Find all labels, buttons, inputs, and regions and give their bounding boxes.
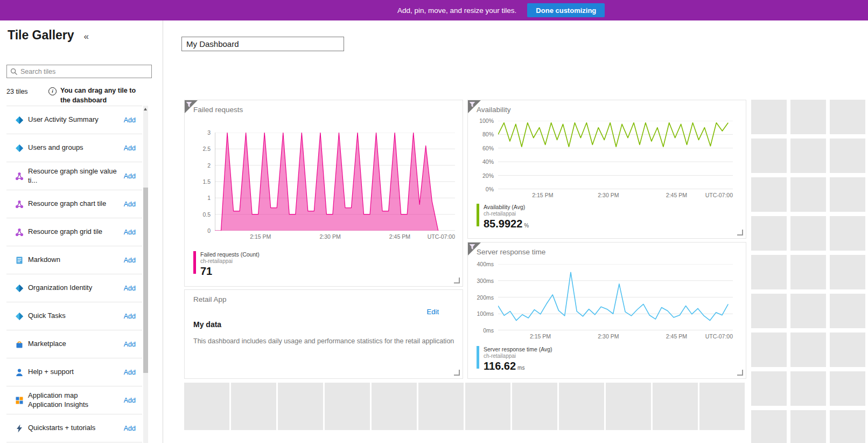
sidebar-item-resource-graph-chart-tile[interactable]: Resource graph chart tileAdd <box>6 190 142 218</box>
add-tile-link[interactable]: Add <box>124 313 136 320</box>
scrollbar-thumb[interactable] <box>143 188 148 373</box>
x-tick-label: 2:30 PM <box>320 233 341 240</box>
empty-grid-cell <box>830 371 865 406</box>
tile-name: User Activity Summary <box>28 115 124 124</box>
tile-server-response-time[interactable]: Server response time 400ms300ms200ms100m… <box>467 242 746 379</box>
resize-handle[interactable] <box>737 370 743 376</box>
x-axis-labels: 2:15 PM2:30 PM2:45 PMUTC-07:00 <box>498 330 733 341</box>
y-tick-label: 80% <box>482 131 494 137</box>
empty-grid-cell <box>790 177 826 212</box>
add-tile-link[interactable]: Add <box>124 116 136 124</box>
tile-count: 23 tiles <box>6 86 48 105</box>
sidebar-item-resource-graph-grid-tile[interactable]: Resource graph grid tileAdd <box>6 218 142 246</box>
add-tile-link[interactable]: Add <box>124 229 136 236</box>
resize-handle[interactable] <box>454 278 460 283</box>
done-customizing-button[interactable]: Done customizing <box>527 3 605 17</box>
add-tile-link[interactable]: Add <box>124 285 136 292</box>
legend-swatch <box>477 346 479 369</box>
tile-name: Marketplace <box>28 340 124 349</box>
tile-failed-requests[interactable]: Failed requests 32.521.510.502:15 PM2:30… <box>184 100 463 287</box>
search-tiles-input[interactable] <box>18 67 151 76</box>
tile-name: Resource graph chart tile <box>28 199 124 209</box>
add-tile-link[interactable]: Add <box>124 257 136 264</box>
tile-name: Quick Tasks <box>28 312 124 321</box>
empty-grid-cell <box>512 383 557 430</box>
legend-metric: Availability (Avg) <box>484 204 529 210</box>
scroll-up-icon[interactable] <box>144 108 147 110</box>
chart-plot <box>498 264 733 330</box>
server-response-chart: 400ms300ms200ms100ms0ms2:15 PM2:30 PM2:4… <box>477 264 733 341</box>
sidebar-item-marketplace[interactable]: MarketplaceAdd <box>6 330 142 358</box>
add-tile-link[interactable]: Add <box>124 144 136 152</box>
x-tick-label: 2:15 PM <box>530 333 551 340</box>
dashboard-title-input[interactable] <box>181 37 344 51</box>
tile-title: Failed requests <box>193 106 243 114</box>
utc-offset-label: UTC-07:00 <box>705 333 733 340</box>
sidebar-item-help-support[interactable]: Help + supportAdd <box>6 358 142 386</box>
empty-grid-cell <box>231 383 276 430</box>
add-tile-link[interactable]: Add <box>124 200 136 208</box>
empty-grid-cell <box>751 177 787 212</box>
tile-name: Help + support <box>28 368 124 377</box>
legend-resource: ch-retailappai <box>200 258 260 264</box>
tile-title: Server response time <box>477 248 545 256</box>
empty-grid-cell <box>751 333 787 367</box>
empty-grid-cell <box>751 410 787 443</box>
sidebar-item-user-activity-summary[interactable]: User Activity SummaryAdd <box>6 106 142 134</box>
sidebar-item-application-map[interactable]: Application mapApplication InsightsAdd <box>6 386 142 414</box>
x-axis-labels: 2:15 PM2:30 PM2:45 PMUTC-07:00 <box>498 189 733 200</box>
resize-handle[interactable] <box>737 230 743 236</box>
application-map-icon <box>15 396 24 405</box>
y-tick-label: 0ms <box>483 327 494 334</box>
sidebar-item-resource-graph-single-value-ti[interactable]: Resource graph single value ti...Add <box>6 162 142 190</box>
x-tick-label: 2:30 PM <box>598 192 619 198</box>
sidebar-item-organization-identity[interactable]: Organization IdentityAdd <box>6 274 142 302</box>
empty-grid-cell <box>751 216 787 251</box>
funnel-glyph <box>469 244 475 250</box>
empty-grid-cell <box>830 333 865 367</box>
empty-grid-cell <box>830 410 865 443</box>
empty-grid-cell <box>830 294 865 328</box>
y-tick-label: 0.5 <box>202 211 211 218</box>
legend-unit: % <box>524 223 529 229</box>
funnel-glyph <box>186 101 192 108</box>
add-tile-link[interactable]: Add <box>124 397 136 404</box>
tile-list-scrollbar[interactable] <box>143 106 148 443</box>
edit-tile-link[interactable]: Edit <box>427 308 439 316</box>
tile-retail-app[interactable]: Retail App Edit My data This dashboard i… <box>184 289 463 379</box>
x-axis-labels: 2:15 PM2:30 PM2:45 PMUTC-07:00 <box>215 231 455 241</box>
y-tick-label: 400ms <box>477 261 494 267</box>
add-tile-link[interactable]: Add <box>124 172 136 180</box>
add-tile-link[interactable]: Add <box>124 341 136 348</box>
empty-grid-cell <box>325 383 370 430</box>
y-tick-label: 100ms <box>477 310 494 317</box>
sidebar-item-quickstarts-tutorials[interactable]: Quickstarts + tutorialsAdd <box>6 414 142 442</box>
sidebar-item-markdown[interactable]: MarkdownAdd <box>6 246 142 274</box>
resource-graph-single-value-icon <box>15 172 24 181</box>
y-axis-labels: 400ms300ms200ms100ms0ms <box>477 264 498 330</box>
empty-grid-cell <box>790 216 826 251</box>
tile-name: Quickstarts + tutorials <box>28 424 124 433</box>
availability-chart: 100%80%60%40%20%0%2:15 PM2:30 PM2:45 PMU… <box>477 121 733 200</box>
sidebar-item-quick-tasks[interactable]: Quick TasksAdd <box>6 302 142 330</box>
collapse-panel-icon[interactable]: « <box>84 31 89 42</box>
markdown-icon <box>15 256 24 265</box>
tile-name: Resource graph grid tile <box>28 227 124 237</box>
sidebar-item-users-and-groups[interactable]: Users and groupsAdd <box>6 134 142 162</box>
empty-grid-cell <box>559 383 604 430</box>
tile-availability[interactable]: Availability 100%80%60%40%20%0%2:15 PM2:… <box>467 100 746 239</box>
add-tile-link[interactable]: Add <box>124 369 136 376</box>
empty-grid-cell <box>606 383 651 430</box>
empty-grid-cell <box>278 383 323 430</box>
legend-metric: Server response time (Avg) <box>484 346 552 352</box>
tile-list: User Activity SummaryAddUsers and groups… <box>6 106 142 442</box>
y-tick-label: 1.5 <box>202 178 211 185</box>
chart-plot <box>498 121 733 189</box>
y-tick-label: 0 <box>207 227 211 234</box>
legend-value: 71 <box>200 265 212 278</box>
resize-handle[interactable] <box>454 370 460 376</box>
drag-hint: i You can drag any tile to the dashboard <box>48 86 148 105</box>
add-tile-link[interactable]: Add <box>124 425 136 432</box>
y-tick-label: 40% <box>482 158 494 165</box>
organization-identity-icon <box>15 284 24 293</box>
